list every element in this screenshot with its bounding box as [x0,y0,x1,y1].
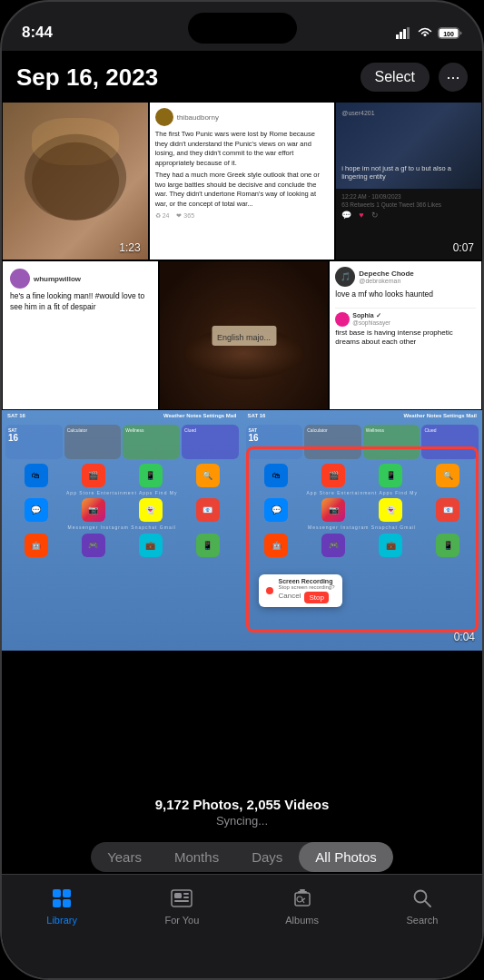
svg-text:100: 100 [443,31,454,37]
screen-rec-stop[interactable]: Stop [304,592,328,603]
select-button[interactable]: Select [361,63,430,92]
svg-rect-0 [396,34,399,39]
photo-cell-coffee[interactable]: English majo... [159,260,330,410]
svg-line-21 [425,901,430,906]
sync-info: 9,172 Photos, 2,055 Videos Syncing... [2,788,482,833]
svg-rect-9 [53,899,61,907]
svg-rect-11 [172,890,192,906]
bottom-grid-row: SAT 16 Weather Notes Settings Mail SAT 1… [2,410,482,651]
foryou-icon [169,886,194,911]
header-date: Sep 16, 2023 [16,64,158,92]
svg-rect-10 [63,899,71,907]
tab-library[interactable]: Library [30,886,94,926]
battery-icon: 100 [438,27,462,39]
photo-count: 9,172 Photos, 2,055 Videos [2,797,482,812]
more-button[interactable]: ··· [439,63,468,92]
svg-rect-12 [174,893,182,898]
tab-albums[interactable]: Albums [271,886,334,926]
library-icon [49,886,74,911]
photo-cell-tweet2[interactable]: 🎵 Depeche Chode @debrokeman love a mf wh… [329,260,482,410]
svg-rect-17 [298,891,307,893]
header: Sep 16, 2023 Select ··· [2,51,482,103]
svg-point-19 [297,897,302,902]
tab-search-label: Search [406,915,438,926]
svg-rect-13 [183,893,189,895]
svg-rect-7 [53,889,61,897]
header-actions: Select ··· [361,63,468,92]
view-days[interactable]: Days [235,842,299,872]
photo-cell-tweet1[interactable]: whumpwillow he's a fine looking man!! #w… [2,260,159,410]
top-grid-row: 1:23 thibaudborny The first Two Punic wa… [2,102,482,260]
bottom-right-duration: 0:04 [454,631,475,643]
ios-screenshot-right[interactable]: SAT 16 Weather Notes Settings Mail SAT 1… [242,410,483,651]
svg-rect-1 [400,32,402,39]
photo-cell-social[interactable]: @user4201 i hope im not just a gf to u b… [335,102,482,260]
view-selector: Years Months Days All Photos [2,839,482,874]
tab-search[interactable]: Search [390,886,454,926]
dynamic-island [188,13,297,44]
ios-screenshot-left[interactable]: SAT 16 Weather Notes Settings Mail SAT 1… [2,410,242,651]
view-pill: Years Months Days All Photos [91,842,393,872]
tab-bar: Library For You [2,874,482,978]
view-years[interactable]: Years [91,842,158,872]
svg-rect-18 [300,889,305,891]
status-time: 8:44 [22,24,53,42]
svg-rect-8 [63,889,71,897]
tab-foryou[interactable]: For You [150,886,213,926]
albums-icon [290,886,315,911]
main-content: Sep 16, 2023 Select ··· 1:23 [2,51,482,978]
screen-rec-cancel[interactable]: Cancel [279,592,301,603]
photo-cell-text[interactable]: thibaudborny The first Two Punic wars we… [149,102,336,260]
view-allphotos[interactable]: All Photos [299,842,393,872]
tab-albums-label: Albums [285,915,319,926]
screen-recording-banner: Screen Recording Stop screen recording? … [259,574,342,607]
mid-grid-row: whumpwillow he's a fine looking man!! #w… [2,260,482,410]
cell-3-duration: 0:07 [453,241,474,254]
photo-cell-food[interactable]: 1:23 [2,102,149,260]
syncing-text: Syncing... [2,814,482,828]
wifi-icon [418,27,432,38]
search-icon [410,886,435,911]
status-icons: 100 [396,27,462,39]
photo-grid: 1:23 thibaudborny The first Two Punic wa… [2,102,482,833]
view-months[interactable]: Months [158,842,235,872]
tab-library-label: Library [46,915,77,926]
cell-1-duration: 1:23 [119,241,140,254]
tab-foryou-label: For You [164,915,199,926]
signal-icon [396,27,412,39]
svg-rect-3 [407,27,410,39]
svg-rect-14 [183,897,189,898]
phone-frame: 8:44 [0,0,484,980]
svg-rect-15 [174,900,189,902]
svg-rect-2 [403,29,406,39]
